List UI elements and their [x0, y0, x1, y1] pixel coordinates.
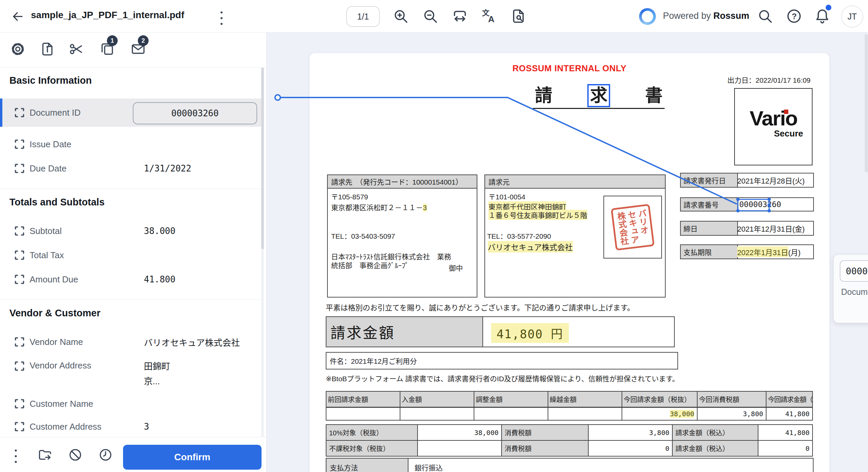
translate-icon[interactable]: 文A	[482, 8, 498, 24]
invoice-title: 請 求 書	[533, 86, 664, 109]
copy-badge: 1	[107, 35, 118, 46]
document-id-input[interactable]: 000003260	[133, 102, 257, 124]
bill-from-tel: TEL：03-5577-2090	[487, 231, 551, 241]
sidebar-actions-bar: Confirm	[0, 437, 266, 472]
link-line-endpoint-handle	[275, 95, 280, 100]
amount-label: 請求金額	[327, 317, 483, 347]
confirm-button[interactable]: Confirm	[123, 445, 261, 470]
document-search-icon[interactable]	[510, 8, 526, 24]
section-divider	[0, 189, 262, 189]
payment-method-row: 支払方法 銀行振込	[326, 458, 813, 472]
field-row-due-date[interactable]: Due Date 1/31/2022	[0, 156, 262, 181]
field-row-customer-name[interactable]: Customer Name	[0, 392, 262, 416]
split-scissors-icon[interactable]	[69, 41, 84, 57]
postpone-clock-icon[interactable]	[98, 447, 113, 462]
page-indicator[interactable]: 1/1	[346, 6, 380, 27]
bill-from-header: 請求元	[485, 175, 665, 189]
zoom-in-icon[interactable]	[393, 8, 409, 24]
sidebar-scrollbar-thumb[interactable]	[261, 68, 264, 249]
logo-line1: Vario	[735, 106, 812, 130]
field-label: Total Tax	[30, 250, 64, 260]
field-row-issue-date[interactable]: Issue Date	[0, 132, 262, 156]
field-label: Subtotal	[30, 226, 62, 236]
field-value-line2: 京...	[144, 374, 160, 387]
field-label: Due Date	[30, 163, 67, 174]
bill-to-block: 請求先 （発行先コード：10000154001） 〒105-8579 東京都港区…	[327, 175, 477, 297]
powered-by-text: Powered by Rossum	[663, 11, 749, 21]
internal-only-watermark: ROSSUM INTERNAL ONLY	[310, 63, 829, 74]
document-filename: sample_ja_JP_PDF_1_internal.pdf	[31, 10, 184, 21]
document-viewer[interactable]: ROSSUM INTERNAL ONLY 出力日：2022/01/17 16:0…	[267, 33, 868, 472]
field-row-amount-due[interactable]: Amount Due 41.800	[0, 267, 262, 291]
ocr-char-box: 求	[587, 84, 610, 107]
zoom-out-icon[interactable]	[422, 8, 438, 24]
field-value: 3	[144, 421, 149, 432]
invoice-amount-box: 請求金額 41,800 円	[326, 316, 675, 347]
info-value: 2021年12月31日(金)	[737, 222, 813, 235]
section-title-totals: Totals and Subtotals	[9, 197, 104, 208]
section-title-vendor-customer: Vendor & Customer	[9, 308, 100, 319]
field-row-subtotal[interactable]: Subtotal 38.000	[0, 219, 262, 243]
bbox-crop-icon	[13, 398, 26, 410]
bill-to-tel: TEL：03-5403-5097	[331, 231, 395, 241]
payment-label: 支払方法	[327, 459, 408, 472]
settings-gear-icon[interactable]	[10, 41, 26, 57]
info-value: 2022年1月31日(月)	[737, 245, 813, 258]
highlighted-ocr-text: 2022年1月31日	[737, 246, 788, 257]
info-row-issue-date: 請求書発行日 2021年12月28日(火)	[680, 173, 814, 188]
popup-value-input[interactable]: 000003260	[840, 260, 868, 282]
fit-width-icon[interactable]	[452, 8, 468, 24]
info-label: 支払期限	[681, 245, 738, 258]
top-bar: sample_ja_JP_PDF_1_internal.pdf 1/1 文A P…	[0, 0, 868, 33]
sidebar-toolbar: 1 2	[0, 33, 266, 68]
highlighted-ocr-text: 38,000	[670, 410, 694, 418]
field-editor-popup: 000003260 Document ID	[833, 254, 868, 323]
tax-breakdown-table: 10%対象（税抜） 38,000 消費税額 3,800 請求金額（税込） 41,…	[326, 424, 813, 457]
bill-to-address: 東京都港区浜松町２－１１－3	[331, 202, 427, 212]
section-divider	[0, 300, 262, 300]
field-label: Amount Due	[30, 274, 78, 285]
search-icon[interactable]	[757, 8, 773, 24]
document-menu-kebab-icon[interactable]	[219, 9, 224, 27]
bill-from-company: バリオセキュア株式会社	[488, 241, 573, 252]
help-icon[interactable]: ?	[786, 8, 802, 24]
info-label: 請求書番号	[681, 198, 738, 211]
bbox-crop-icon	[13, 249, 26, 261]
bbox-crop-icon	[13, 106, 26, 119]
btob-note: ※BtoBプラットフォーム 請求書では、請求書発行者のID及び履歴情報保管により…	[326, 373, 679, 383]
move-to-queue-folder-icon[interactable]	[38, 447, 53, 462]
field-label: Customer Name	[30, 399, 93, 409]
bill-from-zip: 〒101-0054	[489, 191, 525, 201]
field-label: Vendor Name	[30, 337, 83, 347]
back-icon[interactable]	[11, 10, 24, 23]
bbox-crop-icon	[13, 420, 26, 433]
viewer-scrollbar-thumb[interactable]	[865, 34, 868, 172]
notifications-bell-icon[interactable]	[814, 8, 830, 24]
field-row-vendor-name[interactable]: Vendor Name バリオセキュア株式会社	[0, 330, 262, 354]
bill-from-address2: １番６号住友商事錦町ビル５階	[489, 210, 587, 220]
popup-field-label: Document ID	[841, 287, 868, 297]
logo-red-dot	[784, 109, 788, 114]
field-label: Document ID	[30, 107, 81, 118]
greeting-text: 平素は格別のお引立てを賜り、誠にありがとうございます。下記の通りご請求申し上げま…	[326, 302, 634, 312]
field-value: バリオセキュア株式会社	[144, 336, 240, 348]
info-value-selected: 000003260	[739, 198, 813, 211]
field-row-vendor-address[interactable]: Vendor Address 田錦町 京...	[0, 354, 262, 392]
reject-block-icon[interactable]	[68, 447, 83, 462]
field-row-customer-address[interactable]: Customer Address 3	[0, 416, 262, 437]
more-actions-kebab-icon[interactable]	[13, 447, 18, 465]
user-avatar[interactable]: JT	[841, 5, 863, 28]
info-row-invoice-number: 請求書番号 000003260	[680, 197, 814, 212]
document-info-icon[interactable]	[40, 41, 55, 57]
section-title-basic: Basic Information	[9, 75, 92, 86]
bbox-crop-icon	[13, 360, 26, 372]
info-row-payment-due: 支払期限 2022年1月31日(月)	[680, 244, 814, 259]
subject-box: 件名：2021年12月ご利用分	[326, 352, 678, 370]
field-label: Customer Address	[30, 421, 101, 432]
field-row-total-tax[interactable]: Total Tax	[0, 243, 262, 267]
notification-badge-dot	[826, 5, 831, 10]
info-label: 請求書発行日	[681, 174, 738, 187]
info-label: 締日	[681, 222, 738, 235]
company-seal-box: バリオ セキュア 株式会社	[603, 196, 662, 258]
field-row-document-id[interactable]: Document ID 000003260	[0, 98, 262, 127]
